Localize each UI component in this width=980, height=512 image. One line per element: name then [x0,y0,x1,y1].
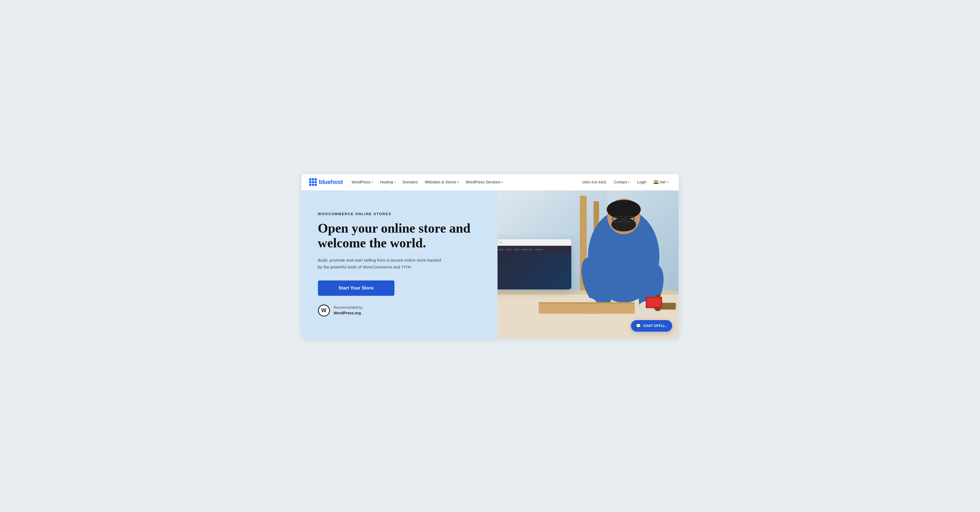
nav-item-websites-stores[interactable]: Websites & Stores ▾ [422,178,462,186]
svg-rect-21 [539,302,635,304]
browser-nav-furniture: FURNITURE [522,249,532,250]
svg-rect-20 [539,303,635,313]
browser-bar [498,239,571,246]
chevron-down-icon: ▾ [667,181,668,184]
nav-item-hosting[interactable]: Hosting ▾ [377,178,399,186]
login-button[interactable]: Login [634,178,650,186]
browser-nav-links: HOME CHAIR TABLE FURNITURE CONTACT [498,249,543,250]
nav-item-wp-services[interactable]: WordPress Services ▾ [463,178,506,186]
browser-nav-table: TABLE [514,249,519,250]
chevron-down-icon: ▾ [372,181,373,184]
logo-text: bluehost [319,178,343,186]
hero-headline: Open your online store and welcome the w… [318,221,481,250]
chevron-down-icon: ▾ [628,181,630,184]
browser-nav-chair: CHAIR [506,249,511,250]
hero-eyebrow: WOOCOMMERCE ONLINE STORES [318,212,481,216]
india-flag-icon [654,180,659,184]
hero-left: WOOCOMMERCE ONLINE STORES Open your onli… [302,191,498,338]
browser-dot-3 [500,242,502,243]
wordpress-badge: W Recommended by WordPress.org [318,305,481,316]
browser-nav-contact: CONTACT [535,249,543,250]
chevron-down-icon: ▾ [394,181,396,184]
browser-nav-bar: M HOME CHAIR TABLE FURNITURE CONTACT [498,246,571,253]
browser-dot-2 [498,242,498,243]
logo-grid-icon [309,178,317,186]
wordpress-logo-icon: W [318,305,330,316]
browser-content: M HOME CHAIR TABLE FURNITURE CONTACT [498,246,571,289]
svg-point-9 [607,200,641,219]
chat-widget[interactable]: 💬 CHAT OFFLI... [631,320,672,332]
hero-right: M HOME CHAIR TABLE FURNITURE CONTACT [498,191,678,338]
navbar: bluehost WordPress ▾ Hosting ▾ Domains W… [302,174,679,191]
nav-right: 1800-419-4426 Contact ▾ Login INR ▾ [579,178,671,186]
svg-point-10 [611,218,636,231]
phone-number: 1800-419-4426 [579,178,609,186]
nav-items: WordPress ▾ Hosting ▾ Domains Websites &… [348,178,578,186]
browser-nav-home: HOME [498,249,504,250]
chevron-down-icon: ▾ [457,181,459,184]
page-wrapper: bluehost WordPress ▾ Hosting ▾ Domains W… [302,174,679,338]
nav-item-domains[interactable]: Domains [399,178,421,186]
browser-hero-area [498,253,571,289]
contact-button[interactable]: Contact ▾ [611,178,633,186]
start-your-store-button[interactable]: Start Your Store [318,280,395,296]
chevron-down-icon: ▾ [501,181,503,184]
chat-icon: 💬 [636,323,641,328]
hero-section: WOOCOMMERCE ONLINE STORES Open your onli… [302,191,679,338]
nav-item-wordpress[interactable]: WordPress ▾ [348,178,376,186]
logo-link[interactable]: bluehost [309,178,343,186]
currency-selector[interactable]: INR ▾ [651,178,671,186]
badge-text: Recommended by WordPress.org [334,305,363,316]
hero-description: Build, promote and start selling from a … [318,257,444,270]
browser-mockup: M HOME CHAIR TABLE FURNITURE CONTACT [498,239,571,289]
svg-rect-25 [647,298,661,307]
